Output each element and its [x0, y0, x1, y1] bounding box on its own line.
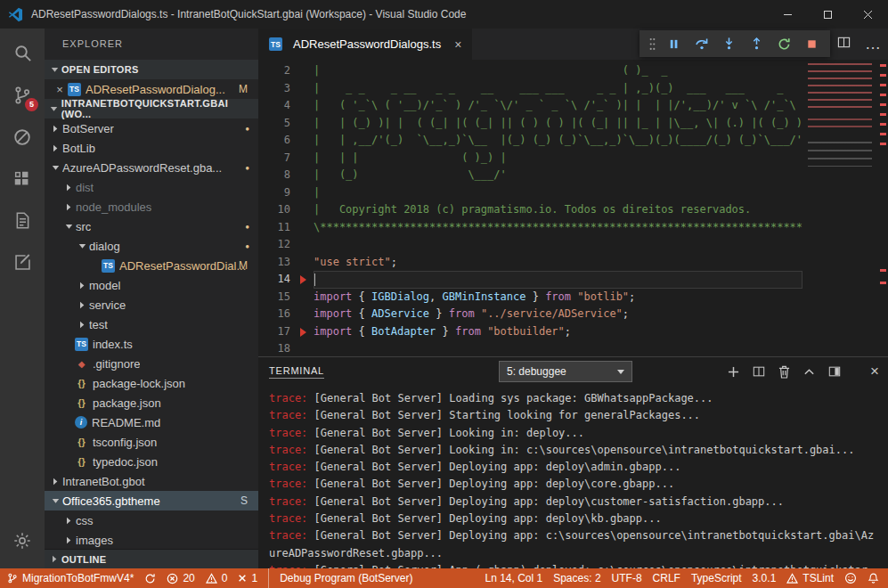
tree-folder-dist[interactable]: dist [45, 177, 258, 197]
close-button[interactable] [848, 0, 888, 29]
code-content[interactable]: | ( )_ _ || _ _ _ __ _ _ __ ___ ___ _ _ … [314, 60, 802, 356]
code-line-16[interactable]: import { ADService } from "../service/AD… [314, 306, 802, 323]
tree-file-readme-md[interactable]: iREADME.md [45, 412, 258, 432]
editor-actions: … [837, 29, 881, 60]
item-label: images [76, 534, 113, 547]
status-ts-version[interactable]: 3.0.1 [747, 568, 782, 588]
tree-folder-test[interactable]: test [45, 314, 258, 334]
code-line-7[interactable]: | | | ( )_) | | [314, 150, 802, 167]
tree-folder-botlib[interactable]: BotLib [45, 138, 258, 158]
status-tslint[interactable]: TSLint [781, 568, 839, 588]
code-line-18[interactable] [314, 340, 802, 356]
debug-step-into-button[interactable] [716, 32, 742, 55]
tree-folder-images[interactable]: images [45, 530, 258, 549]
status-errors[interactable]: 20 [161, 568, 200, 588]
tree-folder-css[interactable]: css [45, 510, 258, 530]
outline-header[interactable]: OUTLINE [45, 549, 258, 568]
gutter-mark[interactable] [300, 328, 306, 337]
close-panel-button[interactable]: × [870, 366, 879, 377]
code-line-5[interactable]: | | (_) )| | ( (_| |( (_| || ( ) ( ) |( … [314, 115, 802, 133]
tree-folder-src[interactable]: src● [45, 216, 258, 236]
status-debug-status[interactable]: Debug Program (BotServer) [268, 568, 418, 588]
terminal-tab[interactable]: TERMINAL [269, 365, 324, 379]
code-editor[interactable]: 23456789101112131415161718 | ( )_ _ || _… [258, 60, 888, 356]
maximize-button[interactable] [808, 0, 848, 29]
status-cursor-position[interactable]: Ln 14, Col 1 [479, 568, 548, 588]
kill-terminal-button[interactable] [778, 365, 790, 379]
activity-source-control[interactable]: 5 [0, 74, 45, 116]
debug-pause-button[interactable] [661, 32, 687, 55]
code-line-3[interactable]: | _ _ _ __ _ _ __ ___ ___ _ _ | ,_)(_) _… [314, 80, 802, 98]
code-line-6[interactable]: | | ,__/'(_) `\__,_)`\__ |(_) (_) (_)`\_… [314, 132, 802, 150]
status-hints[interactable]: 1 [232, 568, 263, 588]
tree-file-adresetpassworddial-[interactable]: TSADResetPasswordDial...M [45, 256, 258, 275]
code-line-10[interactable]: | Copyright 2018 (c) pragmatismo.io. Tod… [314, 201, 802, 219]
debug-step-out-button[interactable] [744, 32, 770, 55]
maximize-panel-button[interactable] [803, 366, 815, 378]
tab-close-icon[interactable]: × [454, 37, 461, 52]
code-line-14[interactable] [314, 271, 802, 289]
minimize-button[interactable] [768, 0, 808, 29]
status-language-mode[interactable]: TypeScript [686, 568, 747, 588]
activity-search[interactable] [0, 32, 45, 74]
gutter-mark[interactable] [300, 275, 306, 284]
status-indentation[interactable]: Spaces: 2 [548, 568, 606, 588]
debug-drag-handle-button[interactable] [645, 32, 659, 55]
add-terminal-button[interactable] [728, 366, 739, 378]
tree-folder-model[interactable]: model [45, 275, 258, 295]
activity-compose[interactable] [0, 241, 45, 283]
tree-file-package-lock-json[interactable]: {}package-lock.json [45, 373, 258, 393]
status-notifications[interactable] [862, 568, 884, 588]
status-git-branch[interactable]: MigrationToBotFmwV4* [2, 568, 139, 588]
code-line-11[interactable]: \***************************************… [314, 219, 802, 237]
status-sync[interactable] [139, 568, 161, 588]
status-encoding[interactable]: UTF-8 [607, 568, 648, 588]
code-line-15[interactable]: import { IGBDialog, GBMinInstance } from… [314, 289, 802, 306]
split-terminal-button[interactable] [753, 365, 765, 378]
code-line-2[interactable]: | ( )_ _ | [314, 62, 802, 80]
editor-tab[interactable]: TSADResetPasswordDialogs.ts× [258, 29, 472, 60]
code-line-17[interactable]: import { BotAdapter } from "botbuilder"; [314, 323, 802, 341]
tab-label: ADResetPasswordDialogs.ts [293, 37, 441, 51]
debug-step-over-button[interactable] [688, 32, 714, 55]
code-line-8[interactable]: | (_) \___/' | [314, 167, 802, 184]
tree-folder-botserver[interactable]: BotServer● [45, 118, 258, 138]
terminal-output[interactable]: trace: [General Bot Server] Loading sys … [258, 386, 888, 568]
move-panel-button[interactable] [828, 365, 841, 378]
code-line-12[interactable] [314, 236, 802, 254]
tree-folder-intranetbot-gbot[interactable]: IntranetBot.gbot [45, 471, 258, 491]
tree-file-typedoc-json[interactable]: {}typedoc.json [45, 452, 258, 471]
tree-folder-node-modules[interactable]: node_modules [45, 197, 258, 216]
error-icon [167, 573, 178, 584]
activity-document[interactable] [0, 200, 45, 241]
git-status-badge: M [239, 83, 248, 95]
open-editors-header[interactable]: OPEN EDITORS [45, 60, 258, 79]
more-actions-button[interactable]: … [865, 37, 881, 53]
git-status-badge: S [240, 494, 248, 507]
split-terminal-icon [753, 365, 765, 378]
code-line-4[interactable]: | ( '_`\ ( '__)/'_` ) /'_ `\/' _ ` _ `\ … [314, 97, 802, 115]
tree-file-index-ts[interactable]: TSindex.ts [45, 334, 258, 354]
status-eol[interactable]: CRLF [648, 568, 686, 588]
status-warnings[interactable]: 0 [200, 568, 233, 588]
status-feedback[interactable] [839, 568, 862, 588]
tree-file-tsconfig-json[interactable]: {}tsconfig.json [45, 432, 258, 452]
open-editor-item[interactable]: ×TSADResetPasswordDialog...M [45, 79, 258, 99]
code-line-9[interactable]: | | [314, 184, 802, 202]
activity-settings[interactable] [0, 519, 45, 561]
workspace-header[interactable]: INTRANETBOTQUICKSTART.GBAI (WO... [45, 99, 258, 118]
activity-debug[interactable] [0, 116, 45, 158]
tree-file--gitignore[interactable]: ◆.gitignore [45, 354, 258, 373]
debug-stop-button[interactable] [799, 32, 825, 55]
minimap[interactable] [802, 60, 879, 356]
tree-folder-dialog[interactable]: dialog● [45, 236, 258, 256]
tree-file-package-json[interactable]: {}package.json [45, 393, 258, 412]
activity-extensions[interactable] [0, 158, 45, 200]
code-line-13[interactable]: "use strict"; [314, 254, 802, 272]
debug-restart-button[interactable] [771, 32, 797, 55]
split-editor-button[interactable] [837, 36, 851, 53]
tree-folder-service[interactable]: service [45, 295, 258, 314]
terminal-selector[interactable]: 5: debuggee [499, 361, 632, 382]
tree-folder-office365-gbtheme[interactable]: Office365.gbthemeS [45, 491, 258, 510]
tree-folder-azureadpasswordreset-gba-[interactable]: AzureADPasswordReset.gba...● [45, 158, 258, 177]
